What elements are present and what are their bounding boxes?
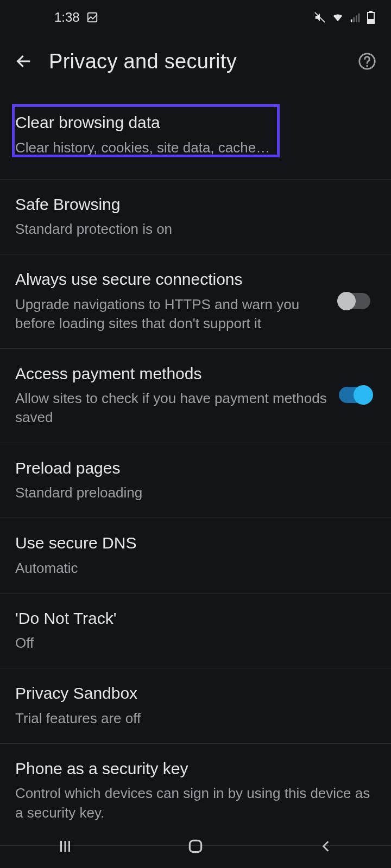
item-do-not-track[interactable]: 'Do Not Track' Off: [0, 593, 391, 668]
item-title: Clear browsing data: [15, 112, 376, 134]
item-subtitle: Trial features are off: [15, 709, 376, 728]
help-button[interactable]: [354, 48, 380, 74]
item-title: Use secure DNS: [15, 532, 376, 554]
item-title: 'Do Not Track': [15, 608, 376, 630]
battery-icon: [367, 11, 375, 24]
svg-rect-15: [190, 840, 201, 852]
item-subtitle: Standard protection is on: [15, 220, 376, 239]
svg-rect-3: [353, 17, 355, 22]
arrow-left-icon: [15, 52, 33, 71]
item-subtitle: Allow sites to check if you have payment…: [15, 389, 328, 427]
app-bar: Privacy and security: [0, 35, 391, 88]
nav-home-button[interactable]: [163, 833, 228, 859]
toggle-secure-connections[interactable]: [339, 293, 370, 309]
item-preload-pages[interactable]: Preload pages Standard preloading: [0, 443, 391, 518]
item-title: Access payment methods: [15, 363, 328, 385]
svg-rect-4: [356, 15, 357, 22]
wifi-icon: [331, 11, 344, 23]
item-subtitle: Standard preloading: [15, 483, 376, 502]
system-nav-bar: [0, 825, 391, 868]
nav-recents-button[interactable]: [33, 833, 98, 859]
item-subtitle: Control which devices can sign in by usi…: [15, 784, 376, 822]
item-subtitle: Automatic: [15, 559, 376, 578]
page-title: Privacy and security: [49, 50, 342, 73]
svg-rect-2: [351, 20, 352, 22]
svg-rect-8: [368, 19, 374, 23]
svg-rect-5: [358, 14, 360, 22]
toggle-payment-methods[interactable]: [339, 387, 370, 403]
nav-back-button[interactable]: [293, 833, 358, 859]
item-privacy-sandbox[interactable]: Privacy Sandbox Trial features are off: [0, 668, 391, 743]
mute-icon: [314, 11, 326, 23]
svg-rect-0: [87, 13, 97, 22]
settings-list: Clear browsing data Clear history, cooki…: [0, 95, 391, 846]
item-phone-as-security-key[interactable]: Phone as a security key Control which de…: [0, 743, 391, 838]
chevron-left-icon: [319, 838, 333, 854]
back-button[interactable]: [11, 48, 37, 74]
item-clear-browsing-data[interactable]: Clear browsing data Clear history, cooki…: [0, 95, 391, 179]
item-title: Phone as a security key: [15, 758, 376, 780]
item-subtitle: Upgrade navigations to HTTPS and warn yo…: [15, 295, 328, 333]
item-safe-browsing[interactable]: Safe Browsing Standard protection is on: [0, 179, 391, 254]
item-always-use-secure-connections[interactable]: Always use secure connections Upgrade na…: [0, 254, 391, 348]
item-title: Safe Browsing: [15, 194, 376, 216]
help-circle-icon: [358, 52, 376, 71]
item-title: Privacy Sandbox: [15, 682, 376, 705]
status-right: [314, 11, 375, 24]
svg-point-11: [366, 65, 368, 67]
image-icon: [86, 11, 98, 23]
item-title: Always use secure connections: [15, 269, 328, 291]
status-time: 1:38: [54, 10, 80, 25]
signal-icon: [350, 11, 362, 23]
status-left: 1:38: [54, 10, 98, 25]
item-use-secure-dns[interactable]: Use secure DNS Automatic: [0, 518, 391, 593]
item-access-payment-methods[interactable]: Access payment methods Allow sites to ch…: [0, 348, 391, 443]
item-subtitle: Clear history, cookies, site data, cache…: [15, 138, 376, 157]
item-subtitle: Off: [15, 634, 376, 653]
recents-icon: [57, 838, 73, 854]
status-bar: 1:38: [0, 0, 391, 35]
home-icon: [187, 838, 204, 855]
item-title: Preload pages: [15, 457, 376, 480]
